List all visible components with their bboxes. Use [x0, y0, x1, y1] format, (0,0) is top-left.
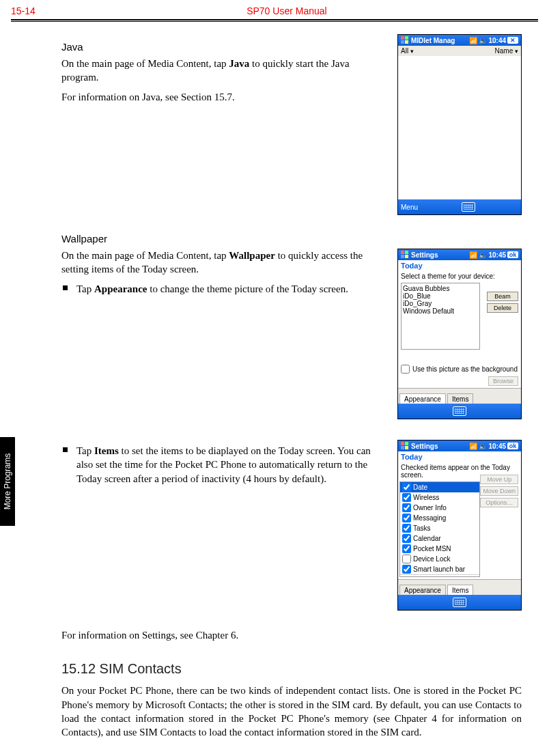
wallpaper-items-row: Tap Items to set the items to be diaplay…	[61, 440, 522, 611]
sort-name[interactable]: Name ▾	[495, 47, 518, 55]
items-list[interactable]: DateWirelessOwner InfoMessagingTasksCale…	[399, 481, 480, 577]
java-section: Java On the main page of Media Content, …	[61, 34, 522, 215]
item-checkbox[interactable]	[402, 555, 411, 563]
list-item[interactable]: Tasks	[400, 523, 479, 533]
speaker-icon: 🔈	[479, 443, 487, 450]
java-para-1: On the main page of Media Content, tap J…	[61, 57, 385, 85]
item-checkbox[interactable]	[402, 524, 411, 533]
wallpaper-bullets-2: Tap Items to set the items to be diaplay…	[61, 444, 385, 486]
ok-button[interactable]: ok	[507, 251, 518, 258]
keyboard-icon[interactable]	[453, 406, 466, 416]
java-text: Java On the main page of Media Content, …	[61, 34, 385, 109]
svg-rect-11	[405, 446, 408, 449]
midlet-window: MIDlet Manag 📶 🔈 10:44 ✕ All ▾ Name ▾	[397, 34, 522, 215]
item-label: Owner Info	[413, 504, 447, 512]
java-bold: Java	[229, 58, 249, 69]
tab-items[interactable]: Items	[447, 585, 473, 595]
wallpaper-text-2: Tap Items to set the items to be diaplay…	[61, 440, 385, 490]
settings-body: Today Checked items appear on the Today …	[398, 451, 521, 595]
theme-item[interactable]: iDo_Gray	[403, 300, 478, 307]
wallpaper-title: Wallpaper	[61, 233, 522, 244]
ok-button[interactable]: ok	[507, 443, 518, 449]
svg-rect-9	[405, 442, 408, 445]
tabs: Appearance Items	[398, 579, 521, 595]
delete-button[interactable]: Delete	[487, 303, 518, 313]
side-tab: More Programs	[0, 437, 15, 526]
list-item[interactable]: Device Lock	[400, 554, 479, 564]
sim-contacts-heading: 15.12 SIM Contacts	[61, 661, 522, 677]
list-item[interactable]: Calendar	[400, 533, 479, 544]
signal-icon: 📶	[469, 443, 477, 450]
theme-list[interactable]: Guava Bubbles iDo_Blue iDo_Gray Windows …	[401, 283, 480, 350]
java-screenshot: MIDlet Manag 📶 🔈 10:44 ✕ All ▾ Name ▾	[397, 34, 522, 215]
list-item[interactable]: Wireless	[400, 492, 479, 503]
item-checkbox[interactable]	[402, 493, 411, 502]
list-item[interactable]: Owner Info	[400, 503, 479, 513]
subbar: All ▾ Name ▾	[398, 46, 521, 56]
signal-icon: 📶	[469, 37, 477, 44]
item-checkbox[interactable]	[402, 483, 411, 492]
item-label: Calendar	[413, 535, 441, 542]
java-p1a: On the main page of Media Content, tap	[61, 58, 229, 69]
wallpaper-bullet-items: Tap Items to set the items to be diaplay…	[61, 444, 385, 486]
today-heading: Today	[398, 451, 521, 462]
start-icon	[401, 442, 409, 450]
tab-appearance[interactable]: Appearance	[399, 393, 446, 404]
svg-rect-8	[401, 442, 404, 445]
item-label: Tasks	[413, 524, 431, 532]
theme-item[interactable]: iDo_Blue	[403, 292, 478, 300]
footer-bar	[398, 595, 521, 610]
svg-rect-0	[401, 36, 404, 40]
menu-button[interactable]: Menu	[401, 204, 418, 211]
time-display: 10:45	[488, 251, 506, 259]
svg-rect-2	[401, 40, 404, 44]
side-buttons: Beam Delete	[487, 292, 518, 313]
filter-all[interactable]: All ▾	[401, 47, 414, 55]
midlet-body	[398, 56, 521, 199]
sim-contacts-para: On your Pocket PC Phone, there can be tw…	[61, 684, 522, 739]
tab-appearance[interactable]: Appearance	[399, 585, 446, 595]
header-rule-thick	[11, 19, 538, 20]
settings-items-window: Settings 📶 🔈 10:45 ok Today Checked item…	[397, 440, 522, 611]
today-timeout-row: Today timeout:4 hr	[400, 574, 479, 577]
browse-button: Browse	[488, 376, 518, 386]
item-checkbox[interactable]	[402, 503, 411, 512]
item-checkbox[interactable]	[402, 514, 411, 522]
beam-button[interactable]: Beam	[487, 292, 518, 301]
settings-body: Today Select a theme for your device: Gu…	[398, 260, 521, 404]
wallpaper-appearance-row: On the main page of Media Content, tap W…	[61, 249, 522, 419]
item-checkbox[interactable]	[402, 534, 411, 543]
window-title: Settings	[411, 443, 467, 450]
svg-rect-10	[401, 446, 404, 449]
list-item[interactable]: Pocket MSN	[400, 544, 479, 554]
page-number: 15-14	[11, 5, 36, 16]
list-item[interactable]: Smart launch bar	[400, 564, 479, 574]
theme-item[interactable]: Guava Bubbles	[403, 285, 478, 292]
wallpaper-bullet-appearance: Tap Appearance to change the theme pictu…	[61, 282, 385, 296]
keyboard-icon[interactable]	[462, 202, 475, 212]
window-title: MIDlet Manag	[411, 37, 467, 44]
keyboard-icon[interactable]	[453, 598, 466, 607]
svg-rect-7	[405, 255, 408, 258]
signal-icon: 📶	[469, 251, 477, 259]
use-picture-checkbox[interactable]	[401, 365, 410, 374]
use-picture-row: Use this picture as the background	[401, 365, 518, 374]
appearance-screenshot: Settings 📶 🔈 10:45 ok Today Select a the…	[397, 249, 522, 419]
item-checkbox[interactable]	[402, 544, 411, 553]
items-screenshot: Settings 📶 🔈 10:45 ok Today Checked item…	[397, 440, 522, 611]
titlebar: MIDlet Manag 📶 🔈 10:44 ✕	[398, 35, 521, 46]
list-item[interactable]: Messaging	[400, 513, 479, 523]
item-checkbox[interactable]	[402, 565, 411, 574]
settings-appearance-window: Settings 📶 🔈 10:45 ok Today Select a the…	[397, 249, 522, 419]
wallpaper-closing: For information on Settings, see Chapter…	[61, 628, 522, 642]
header-rule-thin	[11, 21, 538, 22]
tab-items[interactable]: Items	[447, 393, 473, 404]
theme-item[interactable]: Windows Default	[403, 307, 478, 315]
list-item[interactable]: Date	[400, 482, 479, 492]
select-theme-hint: Select a theme for your device:	[398, 271, 521, 281]
svg-rect-5	[405, 251, 408, 254]
footer-bar: Menu	[398, 199, 521, 214]
content-area: Java On the main page of Media Content, …	[0, 29, 549, 751]
close-button[interactable]: ✕	[507, 37, 518, 44]
today-heading: Today	[398, 260, 521, 271]
